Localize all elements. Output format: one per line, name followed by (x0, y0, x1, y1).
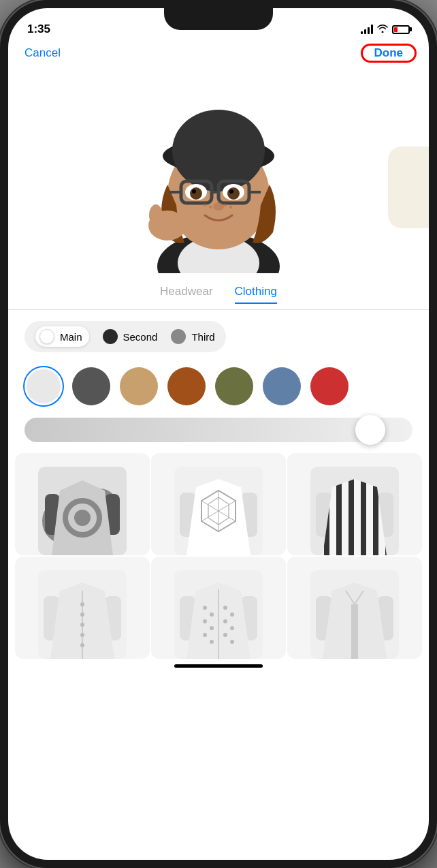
home-indicator-area (8, 659, 429, 677)
memoji-avatar (130, 69, 307, 273)
clothing-item-5[interactable] (151, 557, 286, 659)
swatch-dark-gray[interactable] (72, 367, 110, 405)
home-bar (174, 664, 263, 668)
cancel-button[interactable]: Cancel (25, 46, 61, 60)
swatch-white[interactable] (25, 367, 63, 405)
mode-second[interactable]: Second (103, 329, 158, 344)
svg-point-72 (230, 626, 234, 630)
svg-point-18 (209, 206, 212, 208)
svg-point-65 (203, 619, 207, 623)
color-slider-track[interactable] (25, 418, 412, 442)
signal-icon (361, 25, 373, 34)
svg-point-19 (224, 204, 227, 206)
color-mode-section: Main Second Third (8, 310, 429, 358)
svg-point-66 (210, 626, 214, 630)
svg-point-63 (203, 606, 207, 610)
avatar-partial-right (388, 146, 429, 228)
svg-point-17 (204, 204, 206, 206)
swatch-brown[interactable] (167, 367, 206, 405)
mode-main-label: Main (60, 331, 82, 343)
svg-point-70 (230, 613, 234, 617)
battery-icon (392, 25, 410, 34)
nav-bar: Cancel Done (8, 41, 429, 65)
svg-point-71 (223, 619, 227, 623)
svg-point-12 (227, 187, 240, 200)
mode-main[interactable]: Main (35, 326, 89, 347)
swatch-tan[interactable] (120, 367, 158, 405)
svg-point-31 (74, 510, 91, 526)
done-button-wrapper: Done (365, 46, 413, 60)
mode-third[interactable]: Third (171, 329, 214, 344)
mode-dot-second (103, 329, 118, 344)
svg-point-54 (80, 602, 84, 606)
svg-point-21 (213, 202, 224, 211)
clothing-item-2[interactable] (151, 453, 286, 555)
svg-point-14 (229, 189, 233, 193)
svg-point-67 (203, 633, 207, 637)
svg-point-57 (80, 633, 84, 637)
swatch-olive[interactable] (215, 367, 253, 405)
mode-dot-third (171, 329, 186, 344)
svg-point-56 (80, 623, 84, 627)
svg-point-68 (210, 640, 214, 644)
clothing-item-6[interactable] (287, 557, 422, 659)
mode-dot-main (39, 329, 54, 344)
phone-frame: 1:35 (0, 0, 437, 868)
svg-point-55 (80, 613, 84, 617)
svg-rect-78 (351, 604, 358, 659)
svg-point-64 (210, 613, 214, 617)
slider-thumb[interactable] (355, 415, 385, 445)
mode-second-label: Second (123, 331, 158, 343)
wifi-icon (377, 24, 388, 35)
avatar-preview-area (8, 65, 429, 277)
color-slider-section (8, 415, 429, 453)
clothing-grid (8, 453, 429, 659)
status-icons (361, 24, 410, 35)
svg-point-73 (223, 633, 227, 637)
clothing-item-3[interactable] (287, 453, 422, 555)
done-button[interactable]: Done (365, 42, 413, 63)
swatch-red[interactable] (310, 367, 349, 405)
status-time: 1:35 (27, 22, 50, 36)
mode-third-label: Third (191, 331, 214, 343)
svg-point-74 (230, 640, 234, 644)
clothing-item-4[interactable] (15, 557, 150, 659)
tab-clothing[interactable]: Clothing (235, 285, 277, 304)
clothing-item-1[interactable] (15, 453, 150, 555)
category-tabs: Headwear Clothing (8, 277, 429, 310)
svg-point-23 (149, 204, 163, 226)
color-mode-row: Main Second Third (25, 321, 226, 352)
svg-point-11 (190, 187, 202, 200)
svg-point-5 (172, 110, 265, 191)
phone-screen: 1:35 (8, 8, 429, 860)
svg-point-13 (192, 189, 196, 193)
swatch-blue-gray[interactable] (263, 367, 301, 405)
svg-point-20 (229, 206, 232, 208)
tab-headwear[interactable]: Headwear (160, 285, 213, 304)
svg-point-58 (80, 643, 84, 647)
notch (164, 8, 273, 30)
color-swatches-row (8, 358, 429, 415)
svg-point-69 (223, 606, 227, 610)
